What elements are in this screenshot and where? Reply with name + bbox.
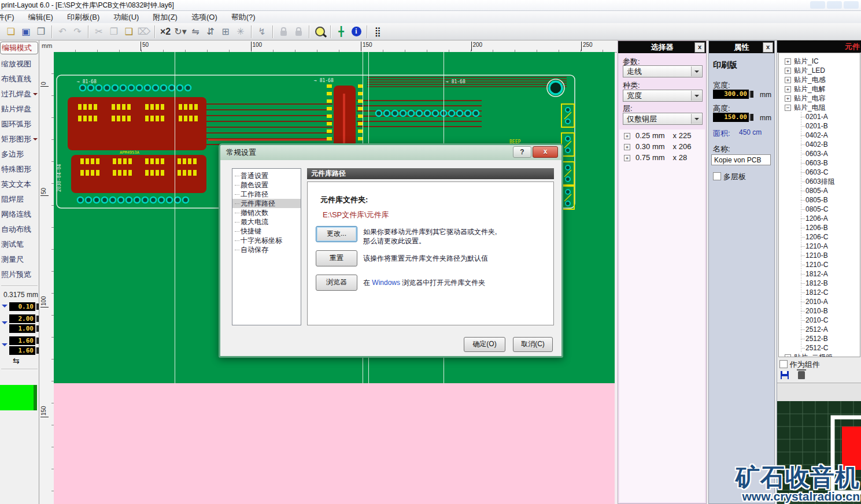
footprint-icon[interactable]: ⣿ (370, 25, 385, 39)
expand-icon[interactable]: + (785, 68, 791, 74)
sidebar-tool-1[interactable]: 缩放视图 (0, 57, 39, 72)
sidebar-tool-10[interactable]: 阻焊层 (0, 192, 39, 207)
cut-icon[interactable]: ✂ (91, 25, 106, 39)
kind-dropdown[interactable]: 宽度 (623, 90, 703, 102)
selector-list-item-1[interactable]: +0.30 mmx 206 (619, 142, 705, 151)
library-item-21[interactable]: 2010-B (779, 306, 860, 316)
menu-item-2[interactable]: 印刷板(B) (60, 12, 106, 23)
sidebar-tool-5[interactable]: 圆环弧形 (0, 117, 39, 132)
menu-item-4[interactable]: 附加(Z) (146, 12, 184, 23)
settings-tree-item-7[interactable]: 十字光标坐标 (232, 236, 301, 245)
connection-icon[interactable]: ↯ (254, 25, 269, 39)
size-value-field[interactable]: 1.60 (9, 346, 35, 355)
library-group-2[interactable]: +贴片_电感 (779, 75, 860, 84)
settings-tree-item-4[interactable]: 撤销次数 (232, 208, 301, 217)
sidebar-tool-13[interactable]: 测试笔 (0, 237, 39, 252)
settings-tree-item-2[interactable]: 工作路径 (232, 190, 301, 199)
library-item-14[interactable]: 1210-A (779, 242, 860, 251)
library-group-partial[interactable]: +贴片_二极管 (779, 353, 860, 357)
expand-icon[interactable]: + (785, 354, 791, 357)
library-item-15[interactable]: 1210-B (779, 251, 860, 260)
paste-icon[interactable]: ❑ (121, 25, 136, 39)
library-item-13[interactable]: 1206-C (779, 232, 860, 242)
save-icon[interactable]: ▣ (19, 25, 34, 39)
sidebar-tool-14[interactable]: 测量尺 (0, 252, 39, 267)
help-icon[interactable]: ? (513, 146, 531, 158)
mirror-vertical-icon[interactable]: ⇵ (203, 25, 218, 39)
undo-icon[interactable]: ↶ (55, 25, 70, 39)
settings-tree-item-8[interactable]: 自动保存 (232, 245, 301, 254)
collapse-icon[interactable]: − (785, 105, 791, 111)
sidebar-tool-2[interactable]: 布线直线 (0, 72, 39, 87)
library-item-4[interactable]: 0603-A (779, 149, 860, 158)
selector-list-item-0[interactable]: +0.25 mmx 225 (619, 131, 705, 140)
sidebar-tool-11[interactable]: 网络连线 (0, 207, 39, 222)
layer-color-swatch[interactable] (0, 385, 37, 410)
menu-item-5[interactable]: 选项(O) (184, 12, 224, 23)
library-group-1[interactable]: +贴片_LED (779, 66, 860, 75)
swap-values-icon[interactable]: ⇆ (13, 356, 39, 365)
expand-icon[interactable]: + (785, 77, 791, 83)
snap-icon[interactable]: ✳ (233, 25, 248, 39)
settings-tree-item-6[interactable]: 快捷键 (232, 227, 301, 236)
delete-icon[interactable]: ⌦ (136, 25, 151, 39)
rotate-icon[interactable]: ↻▾ (173, 25, 188, 39)
sidebar-tool-6[interactable]: 矩形图形 (0, 132, 39, 147)
open-icon[interactable]: ❏ (3, 25, 19, 39)
library-item-2[interactable]: 0402-A (779, 131, 860, 140)
unlock-icon[interactable] (291, 25, 306, 39)
info-icon[interactable]: i (349, 25, 364, 39)
library-item-11[interactable]: 1206-A (779, 214, 860, 223)
browser-button[interactable]: 浏览器 (316, 275, 357, 291)
sidebar-tool-12[interactable]: 自动布线 (0, 222, 39, 237)
width-field[interactable]: 300.00 (713, 90, 749, 99)
copy-icon[interactable]: ❐ (106, 25, 121, 39)
save-component-icon[interactable] (781, 371, 789, 379)
library-item-1[interactable]: 0201-B (779, 121, 860, 131)
size-value-field[interactable]: 0.10 (9, 302, 35, 311)
dialog-title-bar[interactable]: 常规设置 ? x (220, 145, 561, 160)
menu-item-1[interactable]: 编辑(E) (21, 12, 60, 23)
library-item-7[interactable]: 0603排阻 (779, 177, 860, 186)
library-item-3[interactable]: 0402-B (779, 140, 860, 149)
expand-icon[interactable]: + (785, 58, 791, 65)
as-component-checkbox[interactable] (779, 360, 788, 368)
capture-icon[interactable]: ╋ (334, 25, 349, 39)
library-item-12[interactable]: 1206-B (779, 223, 860, 232)
lock-icon[interactable] (276, 25, 291, 39)
library-item-25[interactable]: 2512-C (779, 343, 860, 353)
library-item-10[interactable]: 0805-C (779, 205, 860, 214)
library-group-expanded[interactable]: −贴片_电阻 (779, 103, 860, 112)
sidebar-tool-8[interactable]: 特殊图形 (0, 162, 39, 177)
settings-tree-item-1[interactable]: 颜色设置 (232, 180, 301, 190)
sidebar-tool-4[interactable]: 贴片焊盘 (0, 102, 39, 117)
size-value-field[interactable]: 2.00 (9, 314, 35, 323)
library-item-0[interactable]: 0201-A (779, 112, 860, 121)
mirror-horizontal-icon[interactable]: ⇋ (188, 25, 203, 39)
param-dropdown[interactable]: 走线 (623, 65, 703, 77)
sidebar-tool-15[interactable]: 照片预览 (0, 267, 39, 282)
close-icon[interactable]: x (694, 42, 705, 53)
library-item-18[interactable]: 1812-B (779, 279, 860, 288)
cancel-button[interactable]: 取消(C) (513, 337, 553, 352)
library-item-16[interactable]: 1210-C (779, 260, 860, 269)
selector-list-item-2[interactable]: +0.75 mmx 28 (619, 153, 705, 162)
chevron-down-icon[interactable] (691, 91, 701, 101)
zoom-icon[interactable] (312, 25, 327, 39)
sidebar-tool-3[interactable]: 过孔焊盘 (0, 87, 39, 102)
expand-icon[interactable]: + (624, 133, 630, 139)
sidebar-tool-9[interactable]: 英文文本 (0, 177, 39, 192)
layer-dropdown[interactable]: 仅敷铜层 (623, 113, 703, 125)
reset-button[interactable]: 重置 (316, 250, 357, 266)
delete-component-icon[interactable] (798, 371, 805, 379)
library-item-24[interactable]: 2512-B (779, 334, 860, 343)
sidebar-tool-0[interactable]: 编辑模式 (0, 42, 38, 54)
menu-item-3[interactable]: 功能(U) (106, 12, 146, 23)
library-item-22[interactable]: 2010-C (779, 316, 860, 325)
height-field[interactable]: 150.00 (713, 113, 749, 122)
minimize-icon[interactable] (810, 1, 825, 9)
expand-icon[interactable]: + (624, 144, 630, 150)
settings-tree-item-3[interactable]: 元件库路径 (232, 199, 301, 208)
close-icon[interactable] (844, 1, 859, 9)
chevron-down-icon[interactable] (2, 305, 8, 310)
